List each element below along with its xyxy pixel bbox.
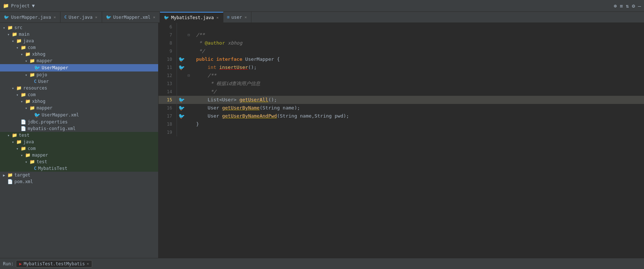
tab-usermapper-java[interactable]: 🐦 UserMapper.java ✕ [0,12,60,23]
icon-mybatistest: C [34,166,36,171]
label-pojo: pojo [36,72,47,77]
code-line-8: 8 * @author xbhog [159,39,644,47]
gutter-6 [177,23,186,31]
tree-item-mybatistest[interactable]: C MybatisTest [0,165,158,172]
run-tab[interactable]: ▶ MybatisTest.testMybatis ✕ [16,260,92,268]
tab-icon-user-java: C [64,15,67,20]
tree-item-xbhog-res[interactable]: ▾ 📁 xbhog [0,98,158,105]
line-num-14: 14 [159,88,177,96]
tab-close-usermapper-xml[interactable]: ✕ [152,15,156,20]
label-java-test: java [23,139,34,144]
line-num-10: 10 [159,55,177,63]
tree-item-jdbc-props[interactable]: 📄 jdbc.properties [0,119,158,125]
code-line-14: 14 */ [159,88,644,96]
folder-icon-com-res: 📁 [21,92,26,97]
line-num-13: 13 [159,80,177,88]
arrow-com-test: ▾ [16,147,21,151]
tab-icon-usermapper-xml: 🐦 [106,15,111,20]
main-content: ▾ 📁 src ▾ 📁 main ▾ 📁 java ▾ 📁 com [0,23,644,258]
label-mapper-res: mapper [36,105,52,111]
folder-icon-test-inner: 📁 [29,159,35,164]
folder-icon-java: 📁 [16,38,22,43]
tree-item-mybatis-config[interactable]: 📄 mybatis-config.xml [0,125,158,132]
tab-user-db[interactable]: ⊞ user ✕ [223,12,252,23]
line-num-18: 18 [159,120,177,128]
tree-item-src[interactable]: ▾ 📁 src [0,24,158,31]
label-usermapper: UserMapper [42,65,68,70]
tree-item-mapper-res[interactable]: ▾ 📁 mapper [0,105,158,111]
tab-label-usermapper-java: UserMapper.java [11,15,51,20]
tree-item-pojo[interactable]: ▾ 📁 pojo [0,71,158,78]
settings-icon[interactable]: ⚙ [632,3,635,9]
arrow-xbhog: ▾ [21,52,25,56]
project-label: Project [11,3,30,8]
tree-item-xbhog[interactable]: ▾ 📁 xbhog [0,51,158,57]
line-content-6 [192,23,644,31]
collapse-all-icon[interactable]: ≡ [620,3,623,9]
tab-icon-mybatistest-active: 🐦 [164,15,169,20]
add-icon[interactable]: ⊕ [614,3,617,9]
line-num-19: 19 [159,128,177,136]
dropdown-icon[interactable]: ▼ [32,3,35,8]
line-content-13: * 根据id查询用户信息 [192,80,644,88]
tab-close-user-java[interactable]: ✕ [94,15,98,20]
tab-label-user-java: User.java [69,15,93,20]
folder-icon-xbhog: 📁 [25,52,31,57]
tree-item-java-main[interactable]: ▾ 📁 java [0,38,158,44]
tree-item-java-test[interactable]: ▾ 📁 java [0,139,158,145]
label-test-inner: test [36,159,47,164]
collapse-10 [186,55,192,63]
code-area: 6 7 ⊟ /** 8 * @author xbhog 9 [159,23,644,136]
folder-icon-mapper: 📁 [29,58,35,63]
minimize-icon[interactable]: – [638,3,641,9]
tree-item-usermapper[interactable]: 🐦 UserMapper [0,64,158,71]
label-resources: resources [23,85,47,91]
gutter-7 [177,31,186,39]
tree-item-target[interactable]: ▶ 📁 target [0,172,158,178]
folder-icon-pojo: 📁 [29,72,35,77]
label-mapper-main: mapper [36,58,52,63]
label-user: User [38,79,49,84]
label-java-main: java [23,38,34,43]
tree-item-user-class[interactable]: C User [0,78,158,85]
tab-mybatistest-java[interactable]: 🐦 MybatisTest.java ✕ [160,12,223,23]
tree-item-mapper-test[interactable]: ▾ 📁 mapper [0,152,158,158]
label-xbhog: xbhog [32,52,45,57]
tree-item-com-main[interactable]: ▾ 📁 com [0,44,158,51]
tab-close-mybatistest[interactable]: ✕ [216,15,219,20]
tree-item-main[interactable]: ▾ 📁 main [0,31,158,38]
label-mybatistest: MybatisTest [38,166,67,171]
arrow-src: ▾ [3,26,7,30]
line-num-7: 7 [159,31,177,39]
code-editor[interactable]: 6 7 ⊟ /** 8 * @author xbhog 9 [159,23,644,258]
label-src: src [14,25,22,30]
tree-item-com-res[interactable]: ▾ 📁 com [0,91,158,98]
run-tab-close[interactable]: ✕ [87,262,89,266]
tab-user-java[interactable]: C User.java ✕ [60,12,102,23]
code-line-17: 17 🐦 User getUserByNameAndPwd(String nam… [159,112,644,120]
gutter-13 [177,80,186,88]
icon-user-class: C [34,79,36,84]
arrow-java-main: ▾ [12,39,16,43]
line-content-10: public interface UserMapper { [192,55,644,63]
arrow-target: ▶ [3,173,7,177]
tree-item-test[interactable]: ▾ 📁 test [0,132,158,139]
tab-usermapper-xml[interactable]: 🐦 UserMapper.xml ✕ [102,12,160,23]
tree-item-test-inner[interactable]: ▾ 📁 test [0,158,158,165]
tree-item-resources[interactable]: ▾ 📁 resources [0,85,158,91]
tree-item-pom[interactable]: 📄 pom.xml [0,178,158,185]
line-content-7: /** [192,31,644,39]
tree-item-com-test[interactable]: ▾ 📁 com [0,145,158,152]
run-label: Run: [3,261,14,266]
tree-item-mapper-main[interactable]: ▾ 📁 mapper [0,57,158,64]
tab-close-usermapper-java[interactable]: ✕ [53,15,56,20]
line-content-14: */ [192,88,644,96]
gutter-11: 🐦 [177,63,186,71]
arrow-mapper-test: ▾ [21,153,25,157]
tree-item-usermapper-xml[interactable]: 🐦 UserMapper.xml [0,111,158,119]
code-line-6: 6 [159,23,644,31]
sort-icon[interactable]: ⇅ [626,3,629,9]
tab-close-user-db[interactable]: ✕ [244,15,247,20]
arrow-pojo: ▾ [25,73,29,77]
folder-icon-test: 📁 [12,133,17,138]
